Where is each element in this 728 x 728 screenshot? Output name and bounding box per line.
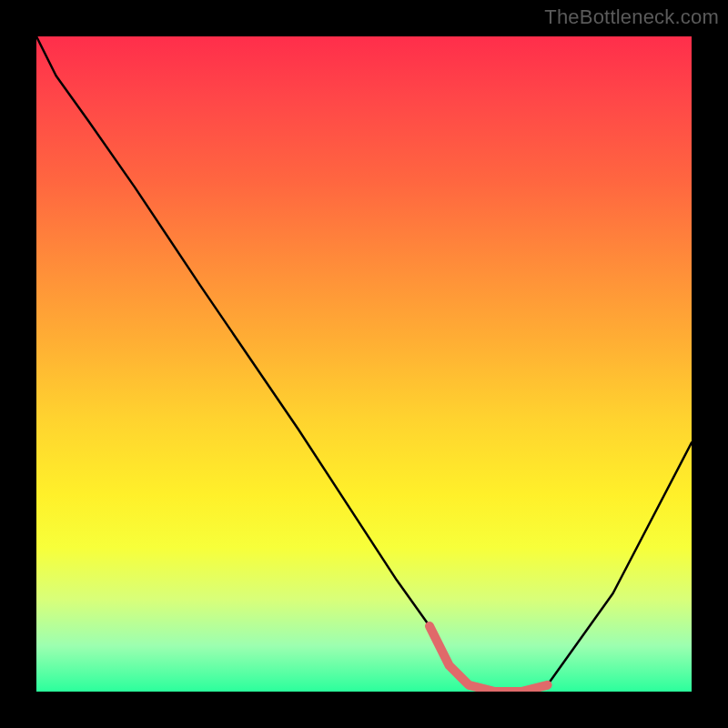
plot-area (36, 36, 692, 692)
optimal-range-highlight (430, 626, 548, 692)
chart-svg (36, 36, 692, 692)
chart-frame: TheBottleneck.com (0, 0, 728, 728)
bottleneck-curve (36, 36, 692, 692)
watermark-text: TheBottleneck.com (544, 5, 719, 29)
